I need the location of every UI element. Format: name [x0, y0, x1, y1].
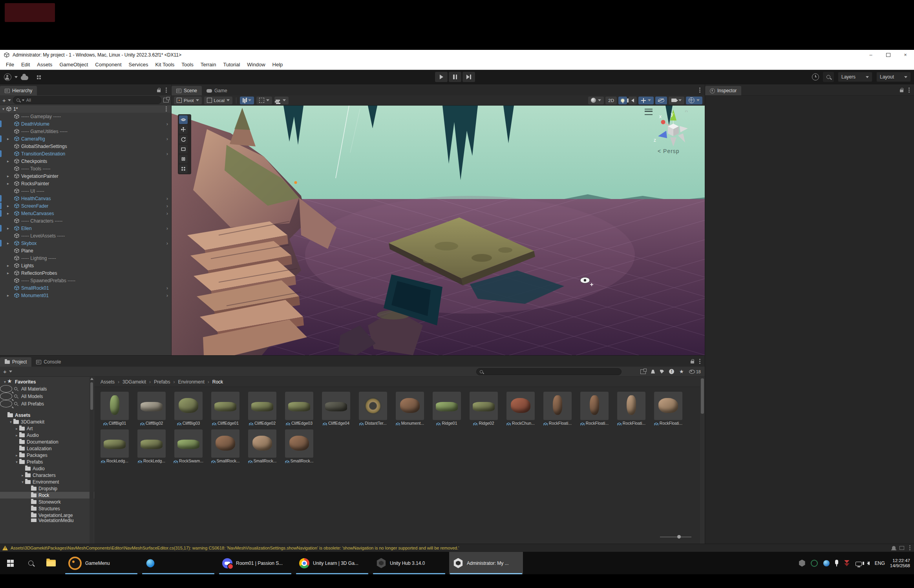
- asset-item[interactable]: RockFloati...: [651, 392, 686, 425]
- asset-thumbnail[interactable]: [174, 392, 203, 420]
- menu-item[interactable]: Kit Tools: [152, 60, 178, 69]
- project-tree-item[interactable]: All Models: [0, 393, 12, 400]
- title-bar[interactable]: Administrator: My project - 1 - Windows,…: [0, 50, 914, 60]
- prefab-children-arrow[interactable]: [166, 293, 168, 298]
- asset-item[interactable]: RockChun...: [503, 392, 538, 425]
- prefab-children-arrow[interactable]: [166, 121, 168, 126]
- asset-item[interactable]: CliffEdge01: [208, 392, 243, 425]
- camera-settings-dropdown[interactable]: [669, 97, 684, 104]
- notifications-icon[interactable]: [892, 546, 896, 550]
- create-dropdown-caret[interactable]: [9, 371, 12, 373]
- breadcrumb-item[interactable]: Prefabs: [154, 379, 178, 385]
- asset-item[interactable]: Ridge02: [466, 392, 501, 425]
- project-tree-item[interactable]: Characters: [0, 472, 94, 478]
- menu-item[interactable]: Assets: [33, 60, 56, 69]
- start-button[interactable]: [0, 552, 20, 574]
- step-button[interactable]: [462, 72, 475, 82]
- expand-arrow[interactable]: [7, 137, 12, 141]
- panel-menu-icon[interactable]: [699, 361, 700, 362]
- menu-item[interactable]: File: [2, 60, 18, 69]
- asset-thumbnail[interactable]: [211, 392, 239, 420]
- create-dropdown-caret[interactable]: [8, 99, 11, 101]
- lock-icon[interactable]: [157, 89, 161, 92]
- plastic-scm-icon[interactable]: [37, 75, 38, 77]
- thumbnail-size-slider[interactable]: [660, 535, 691, 539]
- hierarchy-item[interactable]: Skybox: [0, 239, 171, 247]
- project-tree-item[interactable]: All Prefabs: [0, 400, 12, 407]
- project-tree-item[interactable]: Structures: [0, 505, 94, 512]
- favorites-filter-icon[interactable]: ★: [679, 369, 684, 374]
- rect-tool-button[interactable]: [179, 145, 188, 153]
- pivot-toggle[interactable]: Pivot: [174, 97, 202, 104]
- taskbar-app-button[interactable]: Administrator: My ...: [449, 552, 523, 574]
- expand-arrow[interactable]: [7, 181, 12, 186]
- progress-icon[interactable]: [899, 546, 904, 550]
- rotate-tool-button[interactable]: [179, 135, 188, 144]
- status-bar[interactable]: Assets\3DGamekit\Packages\NavMeshCompone…: [0, 544, 914, 551]
- asset-thumbnail[interactable]: [101, 429, 129, 458]
- expand-arrow[interactable]: [8, 420, 13, 424]
- asset-thumbnail[interactable]: [248, 392, 276, 420]
- project-tree-item[interactable]: Localization: [0, 445, 94, 452]
- hierarchy-item[interactable]: GlobalShaderSettings: [0, 142, 171, 150]
- create-asset-button[interactable]: +: [3, 369, 7, 374]
- asset-item[interactable]: CliffEdge03: [282, 392, 316, 425]
- taskbar-app-button[interactable]: GameMenu: [64, 552, 138, 574]
- asset-item[interactable]: SmallRock...: [245, 429, 280, 463]
- filter-by-label-icon[interactable]: [660, 370, 664, 374]
- menu-item[interactable]: Edit: [18, 60, 33, 69]
- asset-thumbnail[interactable]: [470, 392, 498, 420]
- project-tree-item[interactable]: Packages: [0, 452, 94, 458]
- hierarchy-item[interactable]: Checkpoints: [0, 157, 171, 165]
- expand-arrow[interactable]: [7, 204, 12, 208]
- asset-item[interactable]: RockFloati...: [577, 392, 612, 425]
- expand-arrow[interactable]: [7, 241, 12, 245]
- prefab-children-arrow[interactable]: [166, 196, 168, 201]
- create-gameobject-button[interactable]: +: [2, 97, 6, 103]
- network-icon[interactable]: [856, 562, 862, 566]
- hierarchy-item[interactable]: ----- LevelAssets -----: [0, 232, 171, 239]
- hidden-packages-icon[interactable]: !: [669, 369, 674, 374]
- search-filter-caret[interactable]: [22, 99, 24, 101]
- increment-snap-toggle[interactable]: [256, 97, 272, 104]
- hierarchy-item[interactable]: ----- Lighting -----: [0, 254, 171, 262]
- search-button[interactable]: [823, 72, 834, 82]
- asset-thumbnail[interactable]: [359, 392, 387, 420]
- hierarchy-item[interactable]: ----- SpawnedPrefabs -----: [0, 277, 171, 284]
- hierarchy-item[interactable]: CameraRig: [0, 135, 171, 142]
- asset-item[interactable]: RockLedg...: [134, 429, 169, 463]
- project-tree-item[interactable]: 3DGamekit: [0, 418, 94, 425]
- taskbar-app-button[interactable]: Unity Learn | 3D Ga...: [295, 552, 369, 574]
- hierarchy-search-input[interactable]: All: [13, 96, 161, 104]
- menu-item[interactable]: Services: [125, 60, 152, 69]
- project-tree-item[interactable]: Audio: [0, 465, 94, 472]
- prefab-children-arrow[interactable]: [166, 136, 168, 141]
- asset-thumbnail[interactable]: [285, 429, 313, 458]
- language-indicator[interactable]: ENG: [875, 561, 885, 566]
- scene-visibility-toggle[interactable]: [655, 97, 667, 104]
- project-tree-item[interactable]: Art: [0, 425, 94, 432]
- shading-mode-dropdown[interactable]: [588, 97, 604, 104]
- hierarchy-item[interactable]: ----- UI -----: [0, 187, 171, 195]
- asset-item[interactable]: CliffBig03: [171, 392, 206, 425]
- filter-by-type-icon[interactable]: [651, 370, 655, 374]
- expand-arrow[interactable]: [7, 271, 12, 275]
- hierarchy-item[interactable]: ReflectionProbes: [0, 269, 171, 277]
- effects-toggle[interactable]: [638, 97, 654, 104]
- hierarchy-item[interactable]: ----- GameUtilities -----: [0, 128, 171, 135]
- hierarchy-item[interactable]: DeathVolume: [0, 120, 171, 128]
- hierarchy-item[interactable]: ----- Characters -----: [0, 217, 171, 225]
- project-tree-item[interactable]: Environment: [0, 478, 94, 485]
- tab-project[interactable]: Project: [0, 357, 31, 367]
- hierarchy-item[interactable]: Lights: [0, 262, 171, 269]
- expand-arrow[interactable]: [14, 460, 19, 464]
- scene-header-row[interactable]: ▾ 1*: [0, 105, 171, 113]
- project-tree-item[interactable]: Favorites: [0, 378, 94, 385]
- prefab-children-arrow[interactable]: [166, 203, 168, 208]
- project-tree-item[interactable]: Prefabs: [0, 458, 94, 465]
- asset-item[interactable]: Monument...: [393, 392, 427, 425]
- menu-item[interactable]: Tools: [178, 60, 197, 69]
- scene-viewport[interactable]: x y z < Persp: [172, 106, 705, 355]
- asset-item[interactable]: RockFloati...: [540, 392, 575, 425]
- menu-item[interactable]: Component: [91, 60, 125, 69]
